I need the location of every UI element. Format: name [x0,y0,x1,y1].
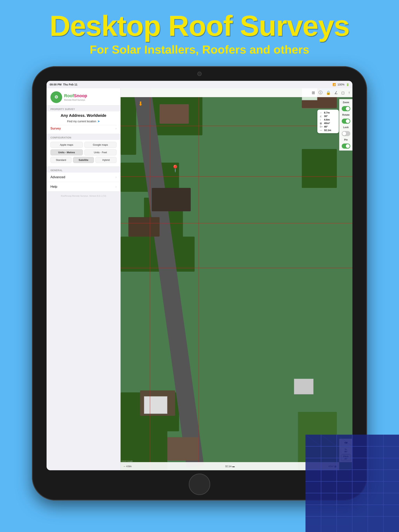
info-height-row: ↕ 4.6m [320,118,336,121]
grid-line-h4 [121,268,353,268]
main-title: Desktop Roof Surveys [0,11,399,41]
survey-button[interactable]: Survey [51,127,61,130]
left-panel: ⚙ RoofSnoop Remote Roof Surveys PROPERTY… [46,81,121,470]
property-section-label: PROPERTY SURVEY [46,106,120,111]
slope-icon: S+ [320,125,323,128]
info-ridge-row: — 32.1m [320,129,336,132]
ridge-icon: — [320,129,323,132]
status-time: 09:00 PM Thu Feb 11 [50,83,77,86]
version-text: RoofSnoop Remote Surveys. Version 8.0.1 … [46,192,120,200]
pin-label: Pin [344,139,348,141]
map-type-row: Apple maps Google maps [51,142,116,148]
survey-row[interactable]: Survey › [51,125,116,132]
angle-measure-icon: ∠ [320,115,323,118]
lock-label: Lock [343,126,348,129]
info-slope-row: S+ 46° [320,125,336,128]
config-section: Apple maps Google maps Units - Metres Un… [46,140,120,167]
status-right: 📶 100% 🔋 [333,83,349,86]
info-slope: 46° [324,125,328,128]
map-pin-icon[interactable]: 📍 [171,165,180,173]
logo-brand: RoofSnoop [64,93,87,98]
sub-title: For Solar Installers, Roofers and others [0,43,399,56]
info-distance: 8.7m [324,111,330,114]
grid-icon[interactable]: ⊞ [312,90,315,95]
tablet-camera [197,72,202,76]
advanced-chevron-icon: › [116,176,116,179]
tablet-screen: 09:00 PM Thu Feb 11 📶 100% 🔋 ⚙ RoofSnoop [46,81,353,470]
info-icon[interactable]: ⓘ [319,90,322,95]
info-panel: ↔ 8.7m ∠ 30° ↕ 4.6m ▦ 40m² [317,110,339,133]
info-angle-row: ∠ 30° [320,115,336,118]
footer-solar-decoration [305,435,399,532]
battery-icon: 🔋 [346,83,349,86]
general-section: Advanced › Help › [46,172,120,192]
grid-line-v2 [199,81,199,470]
config-section-label: CONFIGURATION [46,134,120,140]
general-section-label: GENERAL [46,167,120,172]
location-text: Find my current location [67,120,96,123]
grid-line-h2 [121,176,353,177]
bottom-ridge: 32.1m ▬ [225,465,235,468]
location-row[interactable]: Find my current location ➤ [51,119,116,123]
lock-icon[interactable]: 🔒 [326,90,331,95]
home-button[interactable] [189,474,210,495]
status-bar: 09:00 PM Thu Feb 11 📶 100% 🔋 [46,81,353,88]
view-type-row: Standard Satellite Hybrid [51,157,116,163]
help-label: Help [51,185,57,189]
white-roof [144,396,167,414]
rotate-label: Rotate [342,114,349,116]
address-title: Any Address. Worldwide [51,113,116,118]
info-angle: 30° [324,115,328,118]
units-row: Units - Metres Units - Feet [51,149,116,155]
zoom-label: Zoom [343,101,349,104]
lock-toggle[interactable] [342,131,350,136]
advanced-row[interactable]: Advanced › [46,172,120,182]
location-arrow-icon: ➤ [97,119,100,123]
map-copyright: ©2020 Google [121,460,133,462]
info-height: 4.6m [324,118,330,121]
standard-button[interactable]: Standard [51,157,71,163]
info-ridge: 32.1m [324,129,331,132]
units-feet-button[interactable]: Units - Feet [84,149,117,155]
map-toolbar: ⊞ ⓘ 🔒 ∠ ◻ ↑ [121,88,353,97]
help-row[interactable]: Help › [46,182,120,191]
grid-line-h3 [121,223,353,223]
logo-tagline: Remote Roof Surveys [64,99,87,101]
units-metres-button[interactable]: Units - Metres [51,149,83,155]
square-icon[interactable]: ◻ [341,90,345,95]
advanced-label: Advanced [51,175,65,179]
google-maps-button[interactable]: Google maps [84,142,117,148]
info-area: 40m² [324,122,330,125]
share-icon[interactable]: ↑ [348,90,350,95]
zoom-toggle[interactable] [342,106,350,111]
height-icon: ↕ [320,118,323,121]
battery-text: 100% [337,83,344,86]
help-chevron-icon: › [116,185,116,189]
start-arrow-icon: ⬇ [138,100,143,107]
info-area-row: ▦ 40m² [320,122,336,125]
grid-line-v1 [150,81,150,470]
survey-chevron-icon: › [116,127,116,130]
bottom-distance: ↔ 4.6m [123,465,131,468]
hybrid-button[interactable]: Hybrid [96,157,116,163]
logo-icon: ⚙ [51,91,62,103]
header: Desktop Roof Surveys For Solar Installer… [0,0,399,56]
map-area[interactable]: ⊞ ⓘ 🔒 ∠ ◻ ↑ [121,81,353,470]
distance-icon: ↔ [320,111,323,114]
wifi-icon: 📶 [333,83,336,86]
rotate-toggle[interactable] [342,119,350,124]
logo-area: ⚙ RoofSnoop Remote Roof Surveys [46,88,120,106]
pin-toggle[interactable] [342,144,350,149]
logo-text: RoofSnoop Remote Roof Surveys [64,93,87,101]
area-icon: ▦ [320,122,323,125]
info-distance-row: ↔ 8.7m [320,111,336,114]
apple-maps-button[interactable]: Apple maps [51,142,83,148]
satellite-button[interactable]: Satellite [73,157,94,163]
map-controls: Zoom Rotate Lock Pin [339,99,353,151]
angle-icon[interactable]: ∠ [334,90,338,95]
property-section: Any Address. Worldwide Find my current l… [46,111,120,134]
aerial-map [121,81,353,470]
